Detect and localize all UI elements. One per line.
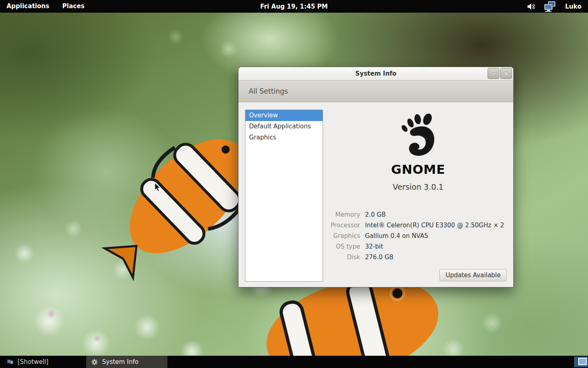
system-tray: Luko bbox=[527, 0, 588, 13]
close-button[interactable]: ✕ bbox=[500, 68, 512, 79]
detail-label: Disk bbox=[323, 252, 360, 263]
gnome-logo-icon bbox=[323, 114, 513, 162]
version-text: Version 3.0.1 bbox=[323, 182, 513, 191]
detail-row-processor: Processor Intel® Celeron(R) CPU E3300 @ … bbox=[323, 220, 504, 231]
shotwell-window-icon bbox=[7, 359, 13, 365]
detail-row-disk: Disk 276.0 GB bbox=[323, 252, 504, 263]
sidebar-list: Overview Default Applications Graphics bbox=[245, 110, 323, 282]
taskbar-item-shotwell[interactable]: [Shotwell] bbox=[2, 356, 53, 368]
volume-icon[interactable] bbox=[527, 3, 535, 10]
titlebar-buttons: – ✕ bbox=[488, 68, 512, 79]
bottom-panel: [Shotwell] System Info bbox=[0, 356, 588, 368]
sidebar-item-overview[interactable]: Overview bbox=[245, 110, 323, 121]
active-workspace-indicator bbox=[578, 358, 587, 365]
taskbar-item-system-info[interactable]: System Info bbox=[86, 356, 167, 368]
system-details: Memory 2.0 GB Processor Intel® Celeron(R… bbox=[323, 209, 504, 263]
top-panel: Applications Places Fri Aug 19, 1:45 PM bbox=[0, 0, 588, 13]
window-content: Overview Default Applications Graphics bbox=[238, 102, 513, 287]
taskbar-item-label: [Shotwell] bbox=[18, 358, 49, 366]
network-computers-icon[interactable] bbox=[543, 1, 557, 12]
gear-icon bbox=[91, 359, 98, 366]
sidebar-item-graphics[interactable]: Graphics bbox=[245, 132, 323, 143]
minimize-button[interactable]: – bbox=[488, 68, 499, 79]
detail-label: OS type bbox=[323, 241, 360, 252]
detail-row-memory: Memory 2.0 GB bbox=[323, 209, 504, 220]
detail-row-graphics: Graphics Gallium 0.4 on NVA5 bbox=[323, 231, 504, 241]
sidebar-item-default-applications[interactable]: Default Applications bbox=[245, 121, 323, 132]
overview-pane: GNOME Version 3.0.1 Memory 2.0 GB Proces… bbox=[323, 102, 513, 287]
all-settings-button[interactable]: All Settings bbox=[238, 87, 288, 95]
detail-label: Processor bbox=[323, 220, 360, 231]
detail-value: 2.0 GB bbox=[365, 209, 386, 220]
gnome-wordmark: GNOME bbox=[323, 162, 513, 177]
detail-value: 276.0 GB bbox=[365, 252, 394, 263]
taskbar-item-label: System Info bbox=[102, 358, 138, 366]
updates-available-button[interactable]: Updates Available bbox=[439, 269, 507, 281]
clock[interactable]: Fri Aug 19, 1:45 PM bbox=[0, 3, 588, 10]
workspace-switcher[interactable] bbox=[574, 357, 588, 367]
detail-value: 32-bit bbox=[365, 241, 383, 252]
window-toolbar: All Settings bbox=[238, 81, 513, 102]
detail-row-os-type: OS type 32-bit bbox=[323, 241, 504, 252]
user-menu[interactable]: Luko bbox=[565, 3, 581, 10]
system-info-window: System Info – ✕ All Settings Overview De… bbox=[238, 67, 514, 287]
detail-label: Memory bbox=[323, 209, 360, 220]
detail-value: Gallium 0.4 on NVA5 bbox=[365, 231, 428, 241]
detail-label: Graphics bbox=[323, 231, 360, 241]
desktop: Applications Places Fri Aug 19, 1:45 PM bbox=[0, 0, 588, 368]
window-title: System Info bbox=[355, 70, 396, 77]
detail-value: Intel® Celeron(R) CPU E3300 @ 2.50GHz × … bbox=[365, 220, 504, 231]
window-titlebar[interactable]: System Info – ✕ bbox=[238, 67, 513, 81]
